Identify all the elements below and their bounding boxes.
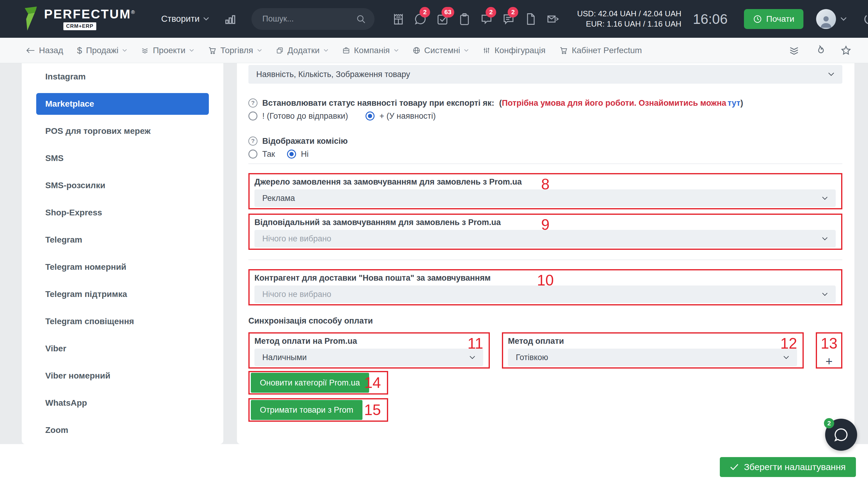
sidebar-item-telegram-сповіщення[interactable]: Telegram сповіщення <box>22 308 223 335</box>
sidebar-item-label: SMS <box>45 153 64 163</box>
availability-options: ! (Готово до відправки) + (У наявності) <box>248 111 842 121</box>
sidebar-item-zoom[interactable]: Zoom <box>22 416 223 444</box>
radio-commission-no[interactable]: Ні <box>287 149 309 159</box>
save-settings-button[interactable]: Зберегти налаштування <box>720 457 856 477</box>
annotation-number-15: 15 <box>364 402 381 417</box>
briefcase-icon <box>342 47 350 54</box>
comment-icon[interactable]: 2 <box>479 12 493 26</box>
annotation-box-12: Метод оплати Готівкою 12 <box>502 332 804 369</box>
brand-subtitle: CRM+ERP <box>63 22 96 30</box>
topbar: PERFECTUM® CRM+ERP Створити 2 <box>0 0 868 38</box>
radio-label: ! (Готово до відправки) <box>262 112 348 121</box>
nav-company[interactable]: Компанія <box>342 46 399 55</box>
radio-label: Ні <box>301 149 309 159</box>
radio-in-stock[interactable]: + (У наявності) <box>366 112 436 121</box>
support-chat-button[interactable]: 2 <box>825 419 857 451</box>
search-input[interactable] <box>262 14 356 24</box>
settings-panel: Наявність, Кількість, Зображення товару … <box>237 63 855 444</box>
sidebar-item-telegram[interactable]: Telegram <box>22 226 223 254</box>
copy-icon <box>276 47 284 54</box>
avatar[interactable] <box>816 9 836 29</box>
sidebar-item-telegram-номерний[interactable]: Telegram номерний <box>22 254 223 281</box>
sidebar-item-telegram-підтримка[interactable]: Telegram підтримка <box>22 281 223 308</box>
nav-configuration[interactable]: Конфігурація <box>483 46 546 55</box>
warning-paren-open: ( <box>499 98 502 108</box>
warning-paren-close: ) <box>740 98 743 108</box>
stack-icon[interactable] <box>787 44 801 57</box>
select-value: Реклама <box>262 194 822 203</box>
select-placeholder: Нічого не вибрано <box>262 234 822 243</box>
export-fields-select[interactable]: Наявність, Кількість, Зображення товару <box>248 65 842 84</box>
sidebar-item-shop-express[interactable]: Shop-Express <box>22 199 223 226</box>
add-payment-row-button[interactable]: + <box>826 355 832 367</box>
get-products-button[interactable]: Отримати товари з Prom <box>251 400 363 420</box>
module-navbar: Назад $ Продажі Проекти Торгівля Додатки… <box>0 38 868 63</box>
flame-icon[interactable] <box>813 44 827 57</box>
save-label: Зберегти налаштування <box>744 462 846 472</box>
nav-sales[interactable]: $ Продажі <box>77 45 127 56</box>
prom-payment-select[interactable]: Наличными <box>254 349 483 366</box>
chat-circle-icon[interactable]: 2 <box>413 12 427 26</box>
task-check-icon[interactable]: 63 <box>435 12 450 26</box>
nav-label: Системні <box>424 46 460 55</box>
chevron-down-icon <box>122 49 127 52</box>
radio-ready-to-ship[interactable]: ! (Готово до відправки) <box>248 112 348 121</box>
sidebar-item-viber-номерний[interactable]: Viber номерний <box>22 362 223 390</box>
crm-payment-select[interactable]: Готівкою <box>508 349 797 366</box>
sidebar-item-pos-для-торгових-мереж[interactable]: POS для торгових мереж <box>22 117 223 145</box>
document-icon[interactable] <box>524 12 537 26</box>
nav-system[interactable]: Системні <box>412 46 469 55</box>
update-categories-button[interactable]: Оновити категорії Prom.ua <box>251 373 369 393</box>
chevron-down-icon <box>257 49 262 52</box>
logo-ribbon-icon <box>22 6 39 32</box>
receipt-icon[interactable] <box>392 12 405 26</box>
divider <box>248 164 842 164</box>
mail-forward-icon[interactable] <box>546 12 560 26</box>
nav-label: Торгівля <box>220 46 253 55</box>
sidebar-item-whatsapp[interactable]: WhatsApp <box>22 390 223 416</box>
perfectum-app: PERFECTUM® CRM+ERP Створити 2 <box>0 0 868 490</box>
radio-icon <box>366 112 375 120</box>
sidebar-item-sms-розсилки[interactable]: SMS-розсилки <box>22 172 223 199</box>
annotation-number-8: 8 <box>541 177 550 192</box>
sidebar-item-sms[interactable]: SMS <box>22 145 223 172</box>
search-icon[interactable] <box>356 14 366 24</box>
footer: Зберегти налаштування <box>0 444 868 490</box>
star-icon[interactable] <box>839 44 853 57</box>
check-icon <box>730 464 739 470</box>
sidebar-item-instagram[interactable]: Instagram <box>22 63 223 90</box>
sidebar-item-viber[interactable]: Viber <box>22 335 223 362</box>
select-value: Готівкою <box>516 353 783 362</box>
create-menu[interactable]: Створити <box>161 14 209 24</box>
logout-icon[interactable] <box>863 12 868 26</box>
chevron-down-icon <box>189 49 194 52</box>
divider <box>248 259 842 260</box>
nav-perfectum-cabinet[interactable]: Кабінет Perfectum <box>559 46 642 55</box>
sliders-icon <box>483 47 490 54</box>
sidebar-item-label: Shop-Express <box>45 208 102 218</box>
notes-icon[interactable]: 2 <box>502 12 516 26</box>
nav-back[interactable]: Назад <box>26 46 63 55</box>
user-menu[interactable] <box>816 9 847 29</box>
clipboard-icon[interactable] <box>458 12 471 26</box>
eur-rate: EUR: 1.16 UAH / 1.16 UAH <box>577 19 681 29</box>
select-value: Наявність, Кількість, Зображення товару <box>256 70 828 79</box>
sidebar-item-marketplace[interactable]: Marketplace <box>36 93 209 115</box>
cart-icon <box>559 46 568 55</box>
arrow-left-icon <box>26 47 35 54</box>
sidebar-item-label: WhatsApp <box>45 398 87 408</box>
global-search <box>251 8 375 30</box>
prom-payment-label: Метод оплати на Prom.ua <box>254 337 483 346</box>
nav-trade[interactable]: Торгівля <box>208 46 262 55</box>
start-timer-button[interactable]: Почати <box>744 9 803 29</box>
chevron-down-icon <box>822 196 828 200</box>
annotation-number-10: 10 <box>537 273 554 288</box>
warning-link[interactable]: тут <box>728 98 740 108</box>
chat-badge: 2 <box>420 7 430 18</box>
availability-warning: Потрібна умова для його роботи. Ознайоми… <box>502 98 726 108</box>
radio-commission-yes[interactable]: Так <box>248 149 275 159</box>
statistics-icon[interactable] <box>222 11 238 27</box>
annotation-box-14: Оновити категорії Prom.ua 14 <box>248 371 388 395</box>
nav-apps[interactable]: Додатки <box>276 46 329 55</box>
nav-projects[interactable]: Проекти <box>141 46 194 55</box>
